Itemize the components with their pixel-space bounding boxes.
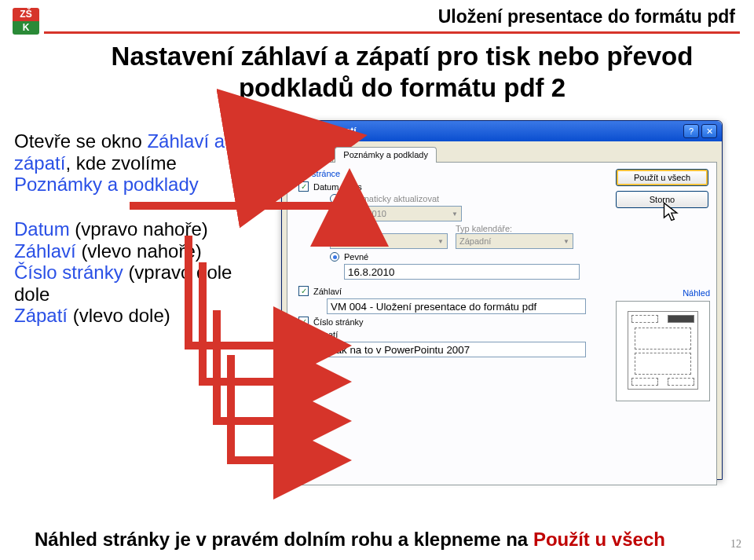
apply-all-button[interactable]: Použít u všech xyxy=(616,169,708,186)
select-auto-date[interactable]: 16.8.2010▼ xyxy=(344,206,462,221)
preview-body-top xyxy=(635,328,691,350)
label-header: Záhlaví xyxy=(313,287,342,296)
chevron-down-icon: ▼ xyxy=(563,238,569,245)
footer-note: Náhled stránky je v pravém dolním rohu a… xyxy=(35,529,665,551)
label-language: Jazyk: xyxy=(330,224,448,233)
preview-header-left xyxy=(631,315,658,323)
checkbox-header[interactable]: ✓ xyxy=(298,286,309,296)
preview-box xyxy=(616,301,710,401)
label-datetime: Datum a čas xyxy=(313,182,362,192)
label-calendar-type: Typ kalendáře: xyxy=(456,224,573,233)
help-icon: ? xyxy=(689,126,694,136)
ann2-zapati: Zápatí xyxy=(14,305,73,326)
preview-label: Náhled xyxy=(683,288,710,298)
label-page-number: Číslo stránky xyxy=(313,317,364,327)
logo-bottom: K xyxy=(13,21,39,35)
ann1-mid: , kde zvolíme xyxy=(65,152,176,174)
annotation-open-window: Otevře se okno Záhlaví a zápatí, kde zvo… xyxy=(14,130,258,196)
select-calendar-type[interactable]: Západní▼ xyxy=(456,233,573,249)
close-button[interactable]: ✕ xyxy=(701,124,717,138)
checkbox-datetime[interactable]: ✓ xyxy=(298,181,309,192)
document-title: Uložení presentace do formátu pdf xyxy=(438,6,735,27)
ann2-cislo: Číslo stránky xyxy=(14,262,128,283)
ann1-pre: Otevře se okno xyxy=(14,130,147,152)
preview-header-right xyxy=(668,315,694,323)
header-footer-dialog: Záhlaví a zápatí ? ✕ Snímek Poznámky a p… xyxy=(281,120,723,480)
logo-top: ZŠ xyxy=(13,8,39,21)
group-on-page: Na stránce xyxy=(298,169,603,178)
slide-page-number: 12 xyxy=(730,538,741,551)
chevron-down-icon: ▼ xyxy=(437,238,444,245)
help-button[interactable]: ? xyxy=(683,124,699,138)
label-footer: Zápatí xyxy=(313,330,338,339)
ann2-dole: dole xyxy=(14,284,49,305)
select-language[interactable]: Čeština▼ xyxy=(330,233,448,249)
preview-footer-right xyxy=(668,378,694,386)
dialog-title: Záhlaví a zápatí xyxy=(287,126,681,137)
ann2-datum: Datum xyxy=(14,218,75,240)
main-heading: Nastavení záhlaví a zápatí pro tisk nebo… xyxy=(97,41,707,103)
checkbox-footer[interactable]: ✓ xyxy=(298,329,309,339)
tab-notes-handouts[interactable]: Poznámky a podklady xyxy=(335,147,437,163)
label-auto-update: Automaticky aktualizovat xyxy=(344,194,439,203)
input-header[interactable] xyxy=(327,298,586,314)
tab-content: Na stránce ✓ Datum a čas Automaticky akt… xyxy=(287,162,717,485)
preview-footer-left xyxy=(631,378,658,386)
radio-fixed[interactable] xyxy=(330,252,339,262)
preview-body-bottom xyxy=(635,353,691,375)
checkbox-page-number[interactable]: ✓ xyxy=(298,317,309,327)
preview-page xyxy=(628,311,698,390)
input-footer[interactable] xyxy=(327,342,586,357)
radio-auto-update[interactable] xyxy=(330,194,339,203)
close-icon: ✕ xyxy=(706,126,713,137)
tab-slide[interactable]: Snímek xyxy=(287,147,333,163)
header-divider xyxy=(44,31,740,34)
label-fixed: Pevné xyxy=(344,252,368,262)
dialog-titlebar[interactable]: Záhlaví a zápatí ? ✕ xyxy=(282,121,722,141)
input-fixed-date[interactable] xyxy=(344,264,580,280)
ann1-b2: Poznámky a podklady xyxy=(14,174,199,195)
ann2-zahlavi: Záhlaví xyxy=(14,240,81,262)
cursor-icon xyxy=(661,200,683,224)
chevron-down-icon: ▼ xyxy=(452,210,458,218)
annotation-parts: Datum (vpravo nahoře) Záhlaví (vlevo nah… xyxy=(14,218,258,327)
school-logo: ZŠ K xyxy=(13,8,39,35)
